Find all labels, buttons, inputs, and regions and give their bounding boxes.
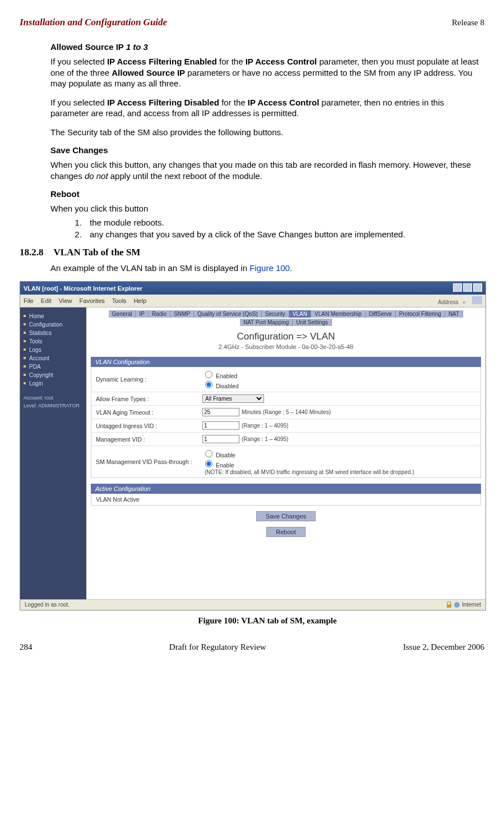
minimize-icon[interactable] bbox=[453, 283, 462, 292]
field-hint: Minutes (Range : 5 – 1440 Minutes) bbox=[242, 409, 331, 415]
figure-caption: Figure 100: VLAN tab of SM, example bbox=[50, 616, 484, 626]
list-item: any changes that you saved by a click of… bbox=[84, 229, 484, 239]
embedded-screenshot: VLAN [root] - Microsoft Internet Explore… bbox=[20, 281, 486, 610]
field-hint: (Range : 1 – 4095) bbox=[242, 436, 288, 442]
heading-allowed-source-ip: Allowed Source IP 1 to 3 bbox=[50, 42, 484, 52]
field-label: Allow Frame Types : bbox=[96, 396, 202, 402]
footer-center: Draft for Regulatory Review bbox=[169, 642, 266, 652]
radio-enabled[interactable] bbox=[205, 371, 212, 378]
tab-active[interactable]: VLAN bbox=[289, 310, 311, 318]
menu-item[interactable]: Tools bbox=[112, 297, 127, 304]
svg-point-1 bbox=[454, 602, 460, 608]
section-title: VLAN Tab of the SM bbox=[54, 247, 141, 258]
tab[interactable]: VLAN Membership bbox=[311, 310, 366, 318]
panel-body-text: VLAN Not Active bbox=[96, 496, 140, 503]
status-bar: Logged in as root. Internet bbox=[20, 599, 485, 610]
menubar: File Edit View Favorites Tools Help Addr… bbox=[20, 295, 485, 307]
menu-item[interactable]: Edit bbox=[41, 297, 52, 304]
field-label: VLAN Aging Timeout : bbox=[96, 409, 202, 416]
account-info: Account: root Level: ADMINISTRATOR bbox=[24, 394, 83, 410]
doc-header-left: Installation and Configuration Guide bbox=[20, 17, 167, 28]
tab[interactable]: Unit Settings bbox=[293, 319, 332, 326]
tab[interactable]: Protocol Filtering bbox=[396, 310, 445, 318]
sidebar-item[interactable]: PDA bbox=[24, 362, 83, 371]
paragraph: When you click this button bbox=[50, 203, 484, 214]
tab[interactable]: General bbox=[109, 310, 136, 318]
heading-save-changes: Save Changes bbox=[50, 145, 484, 155]
mgmt-vid-input[interactable] bbox=[202, 435, 239, 443]
sidebar-item[interactable]: Account bbox=[24, 354, 83, 362]
field-label: Untagged Ingress VID : bbox=[96, 423, 202, 429]
sidebar-item[interactable]: Logs bbox=[24, 346, 83, 354]
section-number: 18.2.8 bbox=[20, 247, 44, 258]
frame-types-select[interactable]: All Frames bbox=[202, 394, 264, 403]
page-subtitle: 2.4GHz - Subscriber Module - 0a-00-3e-20… bbox=[91, 343, 481, 350]
tab[interactable]: IP bbox=[136, 310, 148, 318]
paragraph: If you selected IP Access Filtering Enab… bbox=[50, 56, 484, 89]
tab[interactable]: NAT Port Mapping bbox=[240, 319, 293, 326]
internet-zone-icon bbox=[454, 602, 460, 608]
paragraph: When you click this button, any changes … bbox=[50, 159, 484, 181]
sidebar-item[interactable]: Home bbox=[24, 312, 83, 320]
maximize-icon[interactable] bbox=[463, 283, 472, 292]
radio-option[interactable]: Enabled bbox=[202, 373, 237, 379]
radio-disable[interactable] bbox=[205, 450, 212, 457]
field-label: Management VID : bbox=[96, 436, 202, 443]
paragraph: If you selected IP Access Filtering Disa… bbox=[50, 97, 484, 119]
field-hint: (Range : 1 – 4095) bbox=[242, 423, 288, 429]
menu-item[interactable]: Favorites bbox=[80, 297, 105, 304]
sidebar-item[interactable]: Configuration bbox=[24, 320, 83, 329]
page-number: 284 bbox=[20, 642, 33, 652]
heading-text: Allowed Source IP bbox=[50, 42, 126, 52]
sidebar-item[interactable]: Login bbox=[24, 379, 83, 388]
window-controls[interactable] bbox=[452, 283, 482, 293]
section-heading: 18.2.8 VLAN Tab of the SM bbox=[20, 247, 484, 258]
aging-timeout-input[interactable] bbox=[202, 408, 239, 416]
sidebar-item[interactable]: Tools bbox=[24, 337, 83, 346]
field-note: (NOTE: If disabled, all MVID traffic ing… bbox=[205, 469, 414, 475]
heading-reboot: Reboot bbox=[50, 189, 484, 199]
sidebar-item[interactable]: Copyright bbox=[24, 371, 83, 379]
menu-item[interactable]: File bbox=[24, 297, 34, 304]
sidebar-item[interactable]: Statistics bbox=[24, 329, 83, 337]
status-right: Internet bbox=[462, 602, 481, 608]
reboot-button[interactable]: Reboot bbox=[266, 527, 305, 537]
window-titlebar: VLAN [root] - Microsoft Internet Explore… bbox=[20, 282, 485, 295]
tab[interactable]: Security bbox=[262, 310, 289, 318]
figure-link[interactable]: Figure 100 bbox=[249, 263, 290, 273]
svg-rect-0 bbox=[447, 604, 451, 608]
tab[interactable]: Quality of Service (QoS) bbox=[194, 310, 262, 318]
field-label: Dynamic Learning : bbox=[96, 376, 202, 383]
save-changes-button[interactable]: Save Changes bbox=[256, 511, 316, 521]
panel-header: Active Configuration bbox=[91, 484, 481, 494]
tab[interactable]: NAT bbox=[445, 310, 463, 318]
status-left: Logged in as root. bbox=[25, 602, 70, 608]
page-title: Configuration => VLAN bbox=[91, 331, 481, 342]
tab-bar: GeneralIPRadioSNMPQuality of Service (Qo… bbox=[91, 310, 481, 327]
panel-header: VLAN Configuration bbox=[91, 357, 481, 367]
tab[interactable]: Radio bbox=[149, 310, 170, 318]
windows-flag-icon bbox=[472, 296, 482, 304]
close-icon[interactable] bbox=[473, 283, 482, 292]
heading-range: 1 to 3 bbox=[126, 42, 148, 52]
window-title: VLAN [root] - Microsoft Internet Explore… bbox=[24, 285, 142, 292]
address-label: Address bbox=[438, 299, 459, 305]
radio-option[interactable]: Enable bbox=[202, 462, 234, 469]
doc-header-right: Release 8 bbox=[452, 18, 484, 27]
menu-item[interactable]: View bbox=[59, 297, 72, 304]
paragraph: The Security tab of the SM also provides… bbox=[50, 127, 484, 138]
radio-enable[interactable] bbox=[205, 460, 212, 467]
field-label: SM Management VID Pass-through : bbox=[96, 458, 202, 465]
footer-right: Issue 2, December 2006 bbox=[403, 642, 484, 652]
tab[interactable]: SNMP bbox=[170, 310, 194, 318]
menu-item[interactable]: Help bbox=[133, 297, 146, 304]
radio-option[interactable]: Disabled bbox=[202, 383, 239, 389]
tab[interactable]: DiffServe bbox=[366, 310, 396, 318]
radio-disabled[interactable] bbox=[205, 381, 212, 388]
ordered-list: the module reboots. any changes that you… bbox=[50, 218, 484, 239]
sidebar: Home Configuration Statistics Tools Logs… bbox=[20, 307, 86, 599]
untagged-vid-input[interactable] bbox=[202, 421, 239, 430]
lock-icon bbox=[446, 602, 452, 608]
paragraph: An example of the VLAN tab in an SM is d… bbox=[50, 263, 484, 274]
radio-option[interactable]: Disable bbox=[202, 452, 235, 458]
